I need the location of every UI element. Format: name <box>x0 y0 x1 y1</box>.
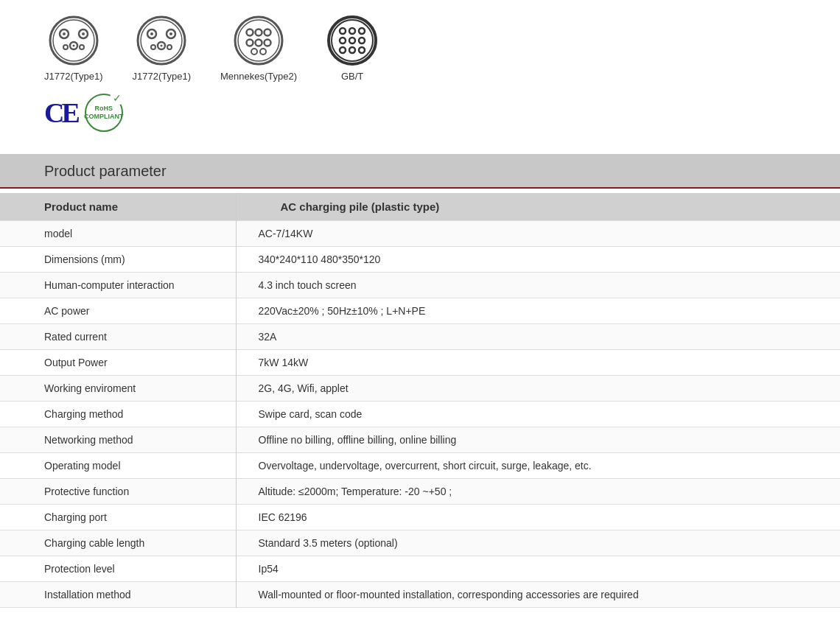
svg-point-7 <box>72 45 74 47</box>
connector-label-mennekes-type2: Mennekes(Type2) <box>220 71 297 82</box>
svg-point-39 <box>349 47 355 53</box>
svg-point-21 <box>238 20 279 61</box>
connector-label-gbt: GB/T <box>341 71 363 82</box>
svg-point-8 <box>63 45 68 49</box>
table-cell-label: model <box>0 221 236 247</box>
svg-point-27 <box>265 40 271 46</box>
svg-point-20 <box>235 17 282 64</box>
table-cell-value: Swipe card, scan code <box>236 402 840 427</box>
table-row: Output Power7kW 14kW <box>0 350 840 376</box>
table-cell-value: Altitude: ≤2000m; Temperature: -20 ~+50 … <box>236 479 840 505</box>
rohs-badge: ✓ RoHSCOMPLIANT <box>85 94 123 132</box>
connector-j1772-type1-second: J1772(Type1) <box>133 15 192 82</box>
table-cell-label: Human-computer interaction <box>0 273 236 298</box>
svg-point-30 <box>329 17 376 64</box>
connector-mennekes-type2: Mennekes(Type2) <box>220 15 297 82</box>
svg-point-15 <box>169 32 172 35</box>
svg-point-29 <box>260 49 266 55</box>
table-row: Protective functionAltitude: ≤2000m; Tem… <box>0 479 840 505</box>
svg-point-18 <box>151 45 155 49</box>
table-row: Networking methodOffline no billing, off… <box>0 427 840 453</box>
table-cell-value: 7kW 14kW <box>236 350 840 376</box>
connector-label-j1772-type1-second: J1772(Type1) <box>133 71 192 82</box>
table-cell-value: AC-7/14KW <box>236 221 840 247</box>
svg-point-40 <box>359 47 365 53</box>
svg-point-35 <box>340 38 346 43</box>
svg-point-9 <box>80 45 84 49</box>
table-cell-label: AC power <box>0 298 236 324</box>
rohs-text: RoHSCOMPLIANT <box>84 105 124 121</box>
table-cell-value: Offline no billing, offline billing, onl… <box>236 427 840 453</box>
table-cell-value: 4.3 inch touch screen <box>236 273 840 298</box>
table-row: Charging portIEC 62196 <box>0 505 840 530</box>
svg-point-38 <box>340 47 346 53</box>
table-row: Installation methodWall-mounted or floor… <box>0 582 840 608</box>
table-row: Working enviroment2G, 4G, Wifi, applet <box>0 376 840 402</box>
table-cell-label: Working enviroment <box>0 376 236 402</box>
param-section-title: Product parameter <box>44 163 167 179</box>
table-cell-value: IEC 62196 <box>236 505 840 530</box>
connector-gbt: GB/T <box>326 15 378 82</box>
svg-point-32 <box>340 28 346 34</box>
table-cell-value: Standard 3.5 meters (optional) <box>236 530 840 556</box>
table-cell-label: Dimensions (mm) <box>0 247 236 273</box>
top-section: J1772(Type1) J1772(Type1) <box>0 0 840 154</box>
svg-point-28 <box>251 49 257 55</box>
table-cell-label: Protection level <box>0 556 236 582</box>
table-header-col2: AC charging pile (plastic type) <box>236 193 840 221</box>
rohs-checkmark: ✓ <box>110 91 125 105</box>
table-cell-value: 32A <box>236 324 840 350</box>
table-header-col1: Product name <box>0 193 236 221</box>
svg-point-19 <box>167 45 172 49</box>
svg-point-3 <box>63 32 66 35</box>
svg-point-23 <box>256 29 262 36</box>
svg-point-25 <box>247 40 253 46</box>
connector-icon-type2 <box>233 15 284 66</box>
svg-point-24 <box>265 29 271 36</box>
ce-logo: CE <box>44 97 77 129</box>
table-header-row: Product name AC charging pile (plastic t… <box>0 193 840 221</box>
svg-point-34 <box>359 28 365 34</box>
table-row: Dimensions (mm)340*240*110 480*350*120 <box>0 247 840 273</box>
svg-point-37 <box>359 38 365 43</box>
svg-point-0 <box>50 17 97 64</box>
svg-point-11 <box>141 20 182 61</box>
table-cell-label: Charging port <box>0 505 236 530</box>
table-cell-label: Operating model <box>0 453 236 479</box>
table-row: AC power220Vac±20% ; 50Hz±10% ; L+N+PE <box>0 298 840 324</box>
svg-point-13 <box>150 32 153 35</box>
table-row: Human-computer interaction4.3 inch touch… <box>0 273 840 298</box>
table-cell-value: 340*240*110 480*350*120 <box>236 247 840 273</box>
table-cell-value: Overvoltage, undervoltage, overcurrent, … <box>236 453 840 479</box>
table-cell-label: Rated current <box>0 324 236 350</box>
svg-point-5 <box>82 32 85 35</box>
table-row: modelAC-7/14KW <box>0 221 840 247</box>
table-row: Charging cable lengthStandard 3.5 meters… <box>0 530 840 556</box>
table-cell-label: Charging method <box>0 402 236 427</box>
svg-point-36 <box>349 38 355 43</box>
cert-row: CE ✓ RoHSCOMPLIANT <box>44 94 796 132</box>
product-parameter-section: Product parameter Product name AC chargi… <box>0 154 840 608</box>
table-cell-value: 2G, 4G, Wifi, applet <box>236 376 840 402</box>
table-cell-label: Networking method <box>0 427 236 453</box>
table-row: Charging methodSwipe card, scan code <box>0 402 840 427</box>
connector-row: J1772(Type1) J1772(Type1) <box>44 15 796 82</box>
table-row: Operating modelOvervoltage, undervoltage… <box>0 453 840 479</box>
table-cell-label: Output Power <box>0 350 236 376</box>
connector-icon-gbt <box>326 15 378 66</box>
connector-j1772-type1-first: J1772(Type1) <box>44 15 103 82</box>
param-header: Product parameter <box>0 154 840 189</box>
svg-point-17 <box>161 45 163 47</box>
table-cell-label: Installation method <box>0 582 236 608</box>
svg-point-31 <box>332 20 373 61</box>
connector-icon-type1b <box>136 15 187 66</box>
svg-point-33 <box>349 28 355 34</box>
svg-point-1 <box>53 20 94 61</box>
table-cell-value: 220Vac±20% ; 50Hz±10% ; L+N+PE <box>236 298 840 324</box>
svg-point-22 <box>247 29 253 36</box>
table-row: Rated current32A <box>0 324 840 350</box>
table-cell-value: Ip54 <box>236 556 840 582</box>
table-cell-label: Charging cable length <box>0 530 236 556</box>
svg-point-26 <box>256 40 262 46</box>
table-cell-label: Protective function <box>0 479 236 505</box>
